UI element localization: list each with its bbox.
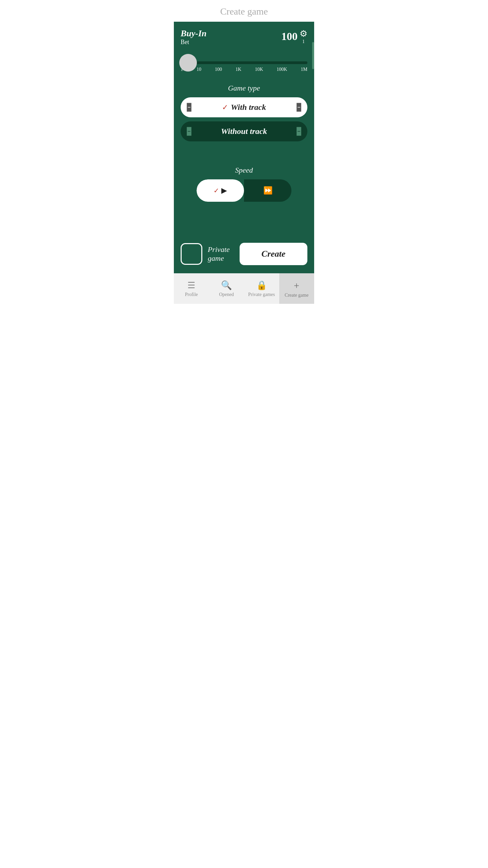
domino-icon-right-without-track: 🁢 [296,127,302,136]
buy-in-section: Buy-In Bet 100 ⚙ 1 [181,28,307,46]
nav-label-create: Create game [285,293,308,298]
speed-normal-option[interactable]: ✓ ▶ [197,179,244,202]
gear-icon[interactable]: ⚙ [300,28,307,39]
buy-in-label: Buy-In [181,28,207,39]
game-type-section: Game type 🁢 ✓ With track 🁢 🁢 Without tra… [181,74,307,145]
nav-label-opened: Opened [219,292,234,297]
without-track-label: Without track [221,127,267,136]
domino-icon-left-with-track: 🁢 [186,103,192,112]
without-track-button[interactable]: 🁢 Without track 🁢 [181,121,307,141]
nav-item-opened[interactable]: 🔍 Opened [209,273,244,304]
slider-label-100k: 100K [277,67,287,72]
private-game-label: Private game [208,245,234,263]
slider-label-1k: 1K [236,67,241,72]
create-button[interactable]: Create [240,243,307,265]
slider-container: 1 10 100 1K 10K 100K 1M [181,51,307,72]
slider-thumb[interactable] [179,54,197,72]
gear-subtext: 1 [302,39,305,44]
nav-label-private: Private games [248,292,275,297]
scrollbar-thumb [312,42,314,69]
buy-in-value: 100 [281,30,298,43]
speed-label: Speed [181,166,307,175]
slider-labels: 1 10 100 1K 10K 100K 1M [181,67,307,72]
nav-item-private-games[interactable]: 🔒 Private games [244,273,279,304]
scrollbar[interactable] [312,22,314,273]
hamburger-icon: ☰ [187,280,195,291]
speed-toggle: ✓ ▶ ⏩ [181,179,307,202]
with-track-button[interactable]: 🁢 ✓ With track 🁢 [181,97,307,117]
speed-toggle-inner: ✓ ▶ ⏩ [197,179,291,202]
slider-track[interactable] [181,61,307,64]
header: Create game [174,0,314,22]
slider-label-100: 100 [215,67,222,72]
private-game-checkbox[interactable] [181,243,202,265]
speed-fast-option[interactable]: ⏩ [244,179,291,202]
main-content: Buy-In Bet 100 ⚙ 1 1 10 100 1K 10K 100K … [174,22,314,273]
with-track-label: With track [231,103,266,112]
bottom-action: Private game Create [181,233,307,273]
nav-item-profile[interactable]: ☰ Profile [174,273,209,304]
fast-forward-icon: ⏩ [263,186,272,195]
play-icon: ▶ [221,186,227,195]
slider-label-10k: 10K [255,67,263,72]
nav-item-create-game[interactable]: ＋ Create game [279,273,314,304]
slider-label-1m: 1M [301,67,307,72]
with-track-checkmark: ✓ [222,103,228,112]
plus-icon: ＋ [292,279,301,291]
lock-icon: 🔒 [256,280,267,291]
slider-label-10: 10 [197,67,201,72]
buy-in-left: Buy-In Bet [181,28,207,46]
domino-icon-right-with-track: 🁢 [296,103,302,112]
nav-label-profile: Profile [185,292,198,297]
bottom-nav: ☰ Profile 🔍 Opened 🔒 Private games ＋ Cre… [174,273,314,304]
buy-in-bet-label: Bet [181,39,207,46]
gear-container: ⚙ 1 [300,28,307,44]
game-type-label: Game type [181,84,307,93]
page-title: Create game [174,6,314,17]
speed-section: Speed ✓ ▶ ⏩ [181,156,307,202]
domino-icon-left-without-track: 🁢 [186,127,192,136]
search-icon: 🔍 [221,280,232,291]
buy-in-right: 100 ⚙ 1 [281,28,307,44]
speed-normal-checkmark: ✓ [214,186,219,195]
